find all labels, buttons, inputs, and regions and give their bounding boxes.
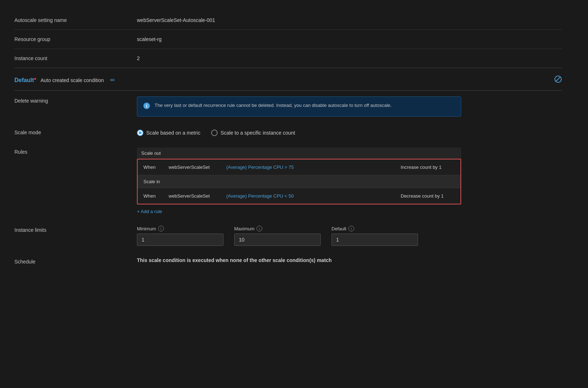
resource-group-label: Resource group: [14, 36, 137, 42]
maximum-field: Maximum i: [234, 226, 321, 246]
minimum-input[interactable]: [137, 234, 223, 246]
info-banner-text: The very last or default recurrence rule…: [155, 102, 392, 109]
autoscale-setting-row: Autoscale setting name webServerScaleSet…: [14, 11, 562, 30]
rules-label: Rules: [14, 148, 137, 155]
rules-box: When webServerScaleSet (Average) Percent…: [137, 159, 461, 204]
default-info-icon[interactable]: i: [348, 226, 354, 231]
instance-count-value: 2: [137, 55, 140, 61]
top-rows-section: Autoscale setting name webServerScaleSet…: [14, 11, 562, 68]
instance-count-row: Instance count 2: [14, 49, 562, 68]
schedule-text: This scale condition is executed when no…: [137, 257, 332, 263]
autoscale-setting-label: Autoscale setting name: [14, 17, 137, 23]
disable-icon[interactable]: [554, 75, 562, 85]
scale-in-label: Scale in: [138, 175, 460, 188]
radio-specific-circle[interactable]: [211, 130, 218, 136]
radio-metric-circle[interactable]: [137, 130, 143, 136]
condition-title: Auto created scale condition: [40, 77, 104, 83]
delete-warning-label: Delete warning: [14, 96, 137, 104]
edit-icon[interactable]: ✏: [110, 77, 115, 84]
schedule-row: Schedule This scale condition is execute…: [14, 252, 562, 270]
maximum-info-icon[interactable]: i: [257, 226, 262, 231]
info-icon: i: [143, 102, 150, 111]
schedule-label: Schedule: [14, 257, 137, 265]
instance-limits-label: Instance limits: [14, 226, 137, 233]
table-row[interactable]: When webServerScaleSet (Average) Percent…: [138, 188, 460, 204]
radio-metric-label: Scale based on a metric: [146, 130, 200, 136]
rule1-when: When: [143, 164, 161, 170]
default-field: Default i: [331, 226, 418, 246]
scale-mode-row: Scale mode Scale based on a metric Scale…: [14, 122, 562, 142]
rule2-resource: webServerScaleSet: [169, 193, 219, 199]
radio-specific[interactable]: Scale to a specific instance count: [211, 130, 295, 136]
svg-line-1: [556, 77, 560, 81]
svg-text:i: i: [146, 103, 147, 109]
instance-count-label: Instance count: [14, 55, 137, 61]
schedule-content: This scale condition is executed when no…: [137, 257, 562, 263]
instance-limits-row: Instance limits Minimum i Maximum i: [14, 220, 562, 252]
rules-container: Scale out When webServerScaleSet (Averag…: [137, 148, 461, 214]
rule1-metric: (Average) Percentage CPU > 75: [226, 164, 393, 170]
rules-row: Rules Scale out When webServerScaleSet (…: [14, 142, 562, 220]
rule2-action: Decrease count by 1: [401, 193, 455, 199]
rule1-resource: webServerScaleSet: [169, 164, 219, 170]
table-row[interactable]: When webServerScaleSet (Average) Percent…: [138, 159, 460, 175]
info-banner: i The very last or default recurrence ru…: [137, 96, 461, 117]
condition-header-left: Default* Auto created scale condition ✏: [14, 77, 115, 84]
add-rule-button[interactable]: + Add a rule: [137, 209, 162, 214]
rule1-action: Increase count by 1: [401, 164, 455, 170]
scale-out-label: Scale out: [137, 148, 461, 159]
default-input[interactable]: [331, 234, 418, 246]
maximum-input[interactable]: [234, 234, 321, 246]
scale-mode-label: Scale mode: [14, 128, 137, 135]
resource-group-row: Resource group scaleset-rg: [14, 30, 562, 49]
delete-warning-row: Delete warning i The very last or defaul…: [14, 91, 562, 122]
main-container: Autoscale setting name webServerScaleSet…: [0, 0, 576, 281]
scale-mode-content: Scale based on a metric Scale to a speci…: [137, 128, 562, 136]
default-label: Default i: [331, 226, 418, 231]
autoscale-setting-value: webServerScaleSet-Autoscale-001: [137, 17, 215, 23]
minimum-info-icon[interactable]: i: [158, 226, 164, 231]
resource-group-value: scaleset-rg: [137, 36, 161, 42]
condition-header: Default* Auto created scale condition ✏: [14, 68, 562, 91]
delete-warning-content: i The very last or default recurrence ru…: [137, 96, 562, 117]
scale-mode-options: Scale based on a metric Scale to a speci…: [137, 130, 562, 136]
rule2-when: When: [143, 193, 161, 199]
rules-content: Scale out When webServerScaleSet (Averag…: [137, 148, 562, 214]
radio-specific-label: Scale to a specific instance count: [220, 130, 295, 136]
instance-limits-container: Minimum i Maximum i Default i: [137, 226, 562, 246]
minimum-field: Minimum i: [137, 226, 223, 246]
default-label: Default*: [14, 77, 36, 84]
minimum-label: Minimum i: [137, 226, 223, 231]
radio-metric[interactable]: Scale based on a metric: [137, 130, 200, 136]
required-star: *: [34, 77, 36, 83]
rule2-metric: (Average) Percentage CPU < 50: [226, 193, 393, 199]
maximum-label: Maximum i: [234, 226, 321, 231]
instance-limits-content: Minimum i Maximum i Default i: [137, 226, 562, 246]
